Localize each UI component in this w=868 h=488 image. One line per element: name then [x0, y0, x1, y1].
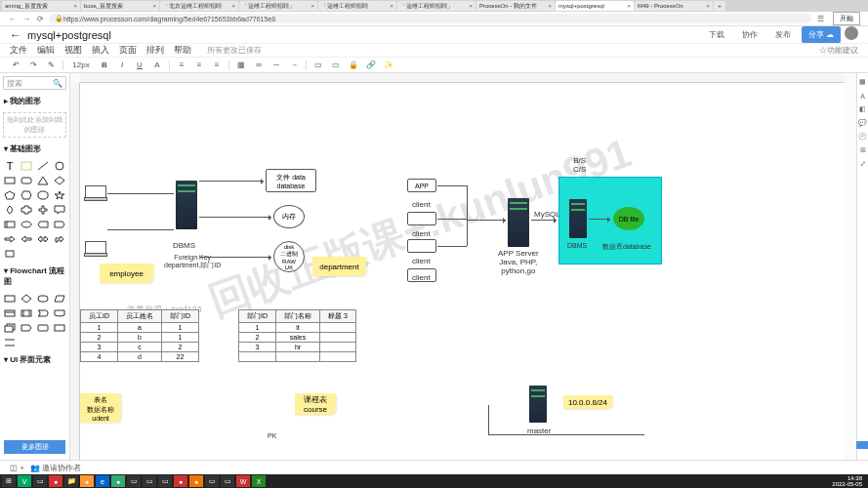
tab-2[interactable]: 「北京运维工程师招聘× — [160, 1, 238, 11]
start-menu[interactable]: ⊞ — [2, 475, 16, 487]
menu-insert[interactable]: 插入 — [92, 44, 109, 57]
close-icon[interactable]: × — [152, 3, 156, 9]
memory-circle[interactable]: 内存 — [273, 205, 305, 228]
app-5[interactable]: ● — [80, 475, 94, 487]
menu-arrange[interactable]: 排列 — [146, 44, 164, 57]
forward-button[interactable]: → — [21, 14, 31, 23]
db-server-shape[interactable] — [569, 199, 587, 238]
taskbar-clock[interactable]: 14:382022-05-05 — [828, 475, 866, 487]
menu-edit[interactable]: 编辑 — [37, 44, 55, 57]
s4[interactable] — [53, 219, 66, 230]
tab-4[interactable]: 「运维工程师招聘× — [318, 1, 396, 11]
callout-shape[interactable] — [53, 204, 66, 216]
lock-button[interactable]: 🔒 — [348, 60, 359, 71]
tablename-sticky[interactable]: 表名 数据名称 udent — [80, 393, 121, 423]
close-icon[interactable]: × — [706, 3, 710, 9]
highlight-button[interactable]: ✨ — [383, 60, 394, 71]
department-table[interactable]: 部门ID部门名称标题 3 1it 2sales 3hr — [238, 309, 356, 362]
fc11[interactable] — [36, 322, 50, 334]
format-painter-button[interactable]: ✎ — [45, 60, 57, 71]
close-icon[interactable]: × — [310, 3, 314, 9]
tab-5[interactable]: 「运维工程师招聘」× — [397, 1, 475, 11]
arrow-turn-shape[interactable] — [53, 233, 66, 245]
italic-button[interactable]: I — [116, 60, 128, 71]
doc-title[interactable]: mysql+postgresql — [27, 29, 111, 41]
menu-view[interactable]: 视图 — [64, 44, 82, 57]
note-shape[interactable] — [20, 160, 33, 172]
tab-3[interactable]: 「运维工程师招聘」× — [239, 1, 317, 11]
back-button[interactable]: ← — [8, 14, 18, 23]
menu-file[interactable]: 文件 — [10, 44, 27, 57]
redo-button[interactable]: ↷ — [27, 60, 39, 71]
drop-shape[interactable] — [3, 204, 17, 216]
octagon-shape[interactable] — [36, 189, 50, 201]
tab-6[interactable]: ProcessOn - 我的文件× — [476, 1, 555, 11]
plus-shape[interactable] — [36, 204, 50, 216]
fc7[interactable] — [36, 307, 50, 319]
laptop-shape[interactable] — [85, 241, 106, 255]
client-box-3[interactable] — [407, 239, 436, 253]
line-style-button[interactable]: ─ — [270, 60, 282, 71]
mysql-box[interactable]: DBMS DB file 数据库database — [558, 177, 662, 264]
link-button[interactable]: 🔗 — [365, 60, 377, 71]
style-icon[interactable]: A — [858, 91, 868, 101]
fc9[interactable] — [3, 322, 17, 334]
avatar[interactable] — [845, 26, 858, 40]
s5[interactable] — [3, 248, 17, 260]
tab-0[interactable]: aming_百度搜索× — [2, 1, 80, 11]
master-server[interactable] — [529, 386, 547, 423]
cross-shape[interactable] — [20, 204, 33, 216]
arrow-right-shape[interactable] — [3, 233, 17, 245]
close-icon[interactable]: × — [390, 3, 393, 9]
align-center-button[interactable]: ≡ — [193, 60, 205, 71]
start-button[interactable]: 开始 — [833, 12, 860, 25]
app-3[interactable]: ● — [49, 475, 62, 487]
employee-table[interactable]: 员工ID员工姓名部门ID 1a1 2b1 3c2 4d22 — [80, 309, 199, 362]
font-color-button[interactable]: A — [151, 60, 163, 71]
circle-shape[interactable] — [53, 160, 66, 172]
line-shape[interactable] — [36, 160, 50, 172]
app-10[interactable]: ▭ — [158, 475, 172, 487]
app-1[interactable]: V — [18, 475, 31, 487]
close-icon[interactable]: × — [548, 3, 552, 9]
app-13[interactable]: ▭ — [205, 475, 219, 487]
pentagon-shape[interactable] — [3, 189, 17, 201]
share-button[interactable]: 分享 ☁ — [802, 26, 841, 43]
refresh-button[interactable]: ⟳ — [35, 14, 45, 23]
line-color-button[interactable]: ═ — [253, 60, 265, 71]
app-15[interactable]: W — [236, 475, 250, 487]
publish-button[interactable]: 发布 — [768, 26, 798, 43]
undo-button[interactable]: ↶ — [10, 60, 21, 71]
fill-color-button[interactable]: ▦ — [235, 60, 247, 71]
app-7[interactable]: ● — [111, 475, 125, 487]
arrow-bi-shape[interactable] — [36, 233, 50, 245]
exp-icon[interactable]: ⤢ — [858, 159, 868, 169]
url-input[interactable]: 🔒 https://www.processon.com/diagraming/5… — [49, 14, 811, 23]
align-right-button[interactable]: ≡ — [211, 60, 223, 71]
collab-icon[interactable]: 👥 邀请协作者 — [30, 463, 81, 473]
align-left-button[interactable]: ≡ — [176, 60, 187, 71]
basic-shapes-title[interactable]: ▾ 基础图形 — [0, 141, 69, 157]
back-arrow-icon[interactable]: ← — [10, 28, 21, 42]
fc5[interactable] — [3, 307, 17, 319]
star-shape[interactable] — [53, 189, 66, 201]
employee-sticky[interactable]: employee — [100, 264, 153, 283]
app-9[interactable]: ▭ — [143, 475, 156, 487]
front-button[interactable]: ▭ — [312, 60, 324, 71]
feature-suggest[interactable]: ☆功能建议 — [819, 45, 858, 56]
text-shape[interactable]: T — [3, 160, 17, 172]
app-6[interactable]: e — [96, 475, 109, 487]
app-14[interactable]: ▭ — [221, 475, 234, 487]
fc12[interactable] — [53, 322, 66, 334]
rounded-rect-shape[interactable] — [20, 175, 33, 186]
fc-process[interactable] — [3, 293, 17, 305]
page-icon[interactable]: ◫ + — [10, 464, 24, 472]
diamond-shape[interactable] — [53, 175, 66, 186]
close-icon[interactable]: × — [231, 3, 235, 9]
menu-help[interactable]: 帮助 — [174, 44, 191, 57]
flowchart-title[interactable]: ▾ Flowchart 流程图 — [0, 263, 69, 290]
app-4[interactable]: 📁 — [64, 475, 78, 487]
comment-icon[interactable]: 💬 — [858, 118, 868, 128]
font-size-input[interactable]: 12px — [69, 60, 93, 71]
fc10[interactable] — [20, 322, 33, 334]
